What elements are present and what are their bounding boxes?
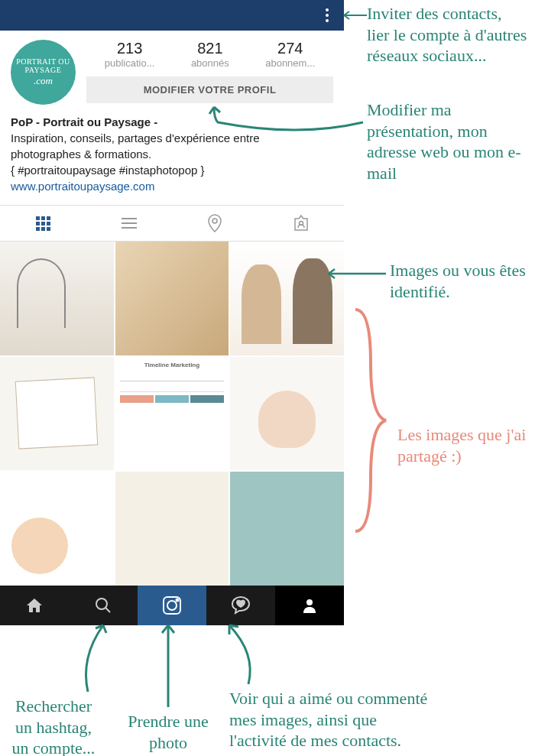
photo-thumb[interactable]: Timeline Marketing: [115, 357, 229, 471]
photo-thumb[interactable]: [0, 357, 114, 471]
stat-posts[interactable]: 213 publicatio...: [105, 40, 155, 69]
svg-point-7: [306, 599, 313, 605]
stat-followers-count: 821: [191, 40, 229, 57]
stat-posts-count: 213: [105, 40, 155, 57]
photo-thumb[interactable]: [0, 472, 114, 586]
top-bar: [0, 0, 344, 31]
profile-url[interactable]: www.portraitoupaysage.com: [11, 178, 333, 194]
annotation-tagged: Images ou vous êtes identifié.: [390, 260, 527, 302]
photo-grid: Timeline Marketing: [0, 242, 344, 586]
arrow-to-search: [73, 619, 118, 696]
bottom-nav: [0, 586, 344, 625]
nav-activity[interactable]: [206, 586, 275, 625]
pin-icon: [207, 214, 222, 232]
photo-thumb[interactable]: [230, 242, 344, 355]
stats-column: 213 publicatio... 821 abonnés 274 abonne…: [86, 40, 333, 105]
list-icon: [122, 218, 137, 229]
stat-followers-label: abonnés: [191, 57, 229, 69]
stats-row: 213 publicatio... 821 abonnés 274 abonne…: [86, 40, 333, 69]
nav-home[interactable]: [0, 586, 69, 625]
photo-thumb[interactable]: [0, 242, 114, 355]
arrow-to-activity: [222, 619, 268, 688]
bio-section: PoP - Portrait ou Paysage - Inspiration,…: [0, 111, 344, 205]
menu-dots-icon[interactable]: [319, 8, 335, 22]
bio-line: photographes & formations.: [11, 146, 333, 162]
annotation-edit: Modifier ma présentation, mon adresse we…: [367, 99, 527, 183]
arrow-to-menu: [340, 8, 371, 23]
annotation-search: Rechercher un hashtag, un compte...: [8, 696, 99, 756]
photo-thumb[interactable]: [230, 472, 344, 586]
profile-name: PoP - Portrait ou Paysage -: [11, 114, 333, 130]
tab-list[interactable]: [86, 206, 173, 241]
stat-following-count: 274: [265, 40, 315, 57]
arrow-to-camera: [153, 619, 183, 711]
search-icon: [94, 596, 112, 615]
instagram-profile-screen: PORTRAIT OU PAYSAGE .com 213 publicatio.…: [0, 0, 344, 625]
brace-shared: [348, 306, 394, 535]
photo-thumb[interactable]: [115, 242, 229, 355]
avatar-text-2: .com: [34, 76, 53, 86]
bio-hashtags: { #portraitoupaysage #instaphotopop }: [11, 162, 333, 178]
tagged-icon: [292, 214, 310, 232]
stat-posts-label: publicatio...: [105, 57, 155, 69]
thumb-title: Timeline Marketing: [115, 357, 229, 370]
photo-thumb[interactable]: [115, 472, 229, 586]
avatar[interactable]: PORTRAIT OU PAYSAGE .com: [11, 40, 76, 105]
nav-profile[interactable]: [275, 586, 344, 625]
bio-line: Inspiration, conseils, partages d'expéri…: [11, 130, 333, 146]
nav-camera[interactable]: [138, 586, 206, 625]
profile-header: PORTRAIT OU PAYSAGE .com 213 publicatio.…: [0, 31, 344, 111]
svg-point-5: [167, 601, 177, 610]
stat-following[interactable]: 274 abonnem...: [265, 40, 315, 69]
edit-profile-button[interactable]: MODIFIER VOTRE PROFIL: [86, 76, 333, 103]
avatar-text-1: PORTRAIT OU PAYSAGE: [11, 57, 76, 74]
camera-icon: [161, 595, 183, 616]
home-icon: [25, 596, 44, 615]
annotation-shared: Les images que j'ai partagé :): [397, 424, 527, 466]
svg-point-6: [177, 599, 179, 602]
tab-places[interactable]: [172, 206, 258, 241]
grid-icon: [36, 216, 50, 231]
heart-bubble-icon: [231, 595, 251, 615]
svg-point-0: [212, 219, 217, 223]
view-mode-tabs: [0, 205, 344, 242]
tab-grid[interactable]: [0, 206, 86, 241]
photo-thumb[interactable]: [230, 357, 344, 471]
svg-point-2: [96, 599, 107, 609]
annotation-camera: Prendre une photo: [122, 711, 214, 753]
tab-tagged[interactable]: [258, 206, 345, 241]
stat-following-label: abonnem...: [265, 57, 315, 69]
annotation-activity: Voir qui a aimé ou commenté mes images, …: [229, 688, 428, 751]
stat-followers[interactable]: 821 abonnés: [191, 40, 229, 69]
profile-icon: [301, 597, 318, 614]
nav-search[interactable]: [69, 586, 138, 625]
svg-line-3: [105, 608, 110, 612]
annotation-menu: Inviter des contacts, lier le compte à d…: [367, 3, 527, 67]
